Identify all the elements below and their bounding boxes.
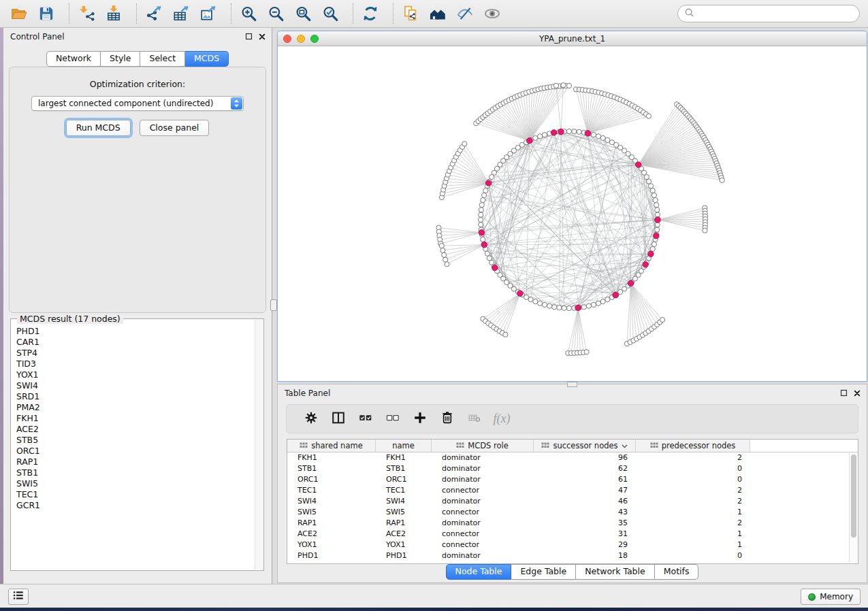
graph-node[interactable]: [649, 184, 654, 188]
graph-hub-node[interactable]: [492, 265, 498, 270]
table-scrollbar[interactable]: [849, 453, 857, 563]
tab-select[interactable]: Select: [140, 51, 185, 67]
graph-node[interactable]: [533, 299, 538, 304]
import-network-button[interactable]: [76, 3, 97, 24]
graph-node[interactable]: [586, 303, 591, 308]
graph-hub-node[interactable]: [551, 130, 556, 135]
tab-style[interactable]: Style: [101, 51, 140, 67]
graph-node[interactable]: [479, 208, 483, 212]
graph-node[interactable]: [650, 246, 655, 251]
graph-node[interactable]: [650, 188, 655, 193]
graph-node[interactable]: [660, 317, 665, 322]
graph-node[interactable]: [538, 301, 543, 306]
open-file-button[interactable]: [8, 3, 30, 24]
table-row[interactable]: STB1STB1dominator620: [287, 463, 849, 474]
table-tab-motifs[interactable]: Motifs: [655, 564, 699, 580]
graph-hub-node[interactable]: [648, 251, 654, 257]
uncheck-selected-button[interactable]: [379, 409, 406, 429]
mcds-result-item[interactable]: YOX1: [16, 369, 254, 380]
graph-node[interactable]: [591, 302, 596, 307]
graph-node[interactable]: [581, 305, 586, 310]
mcds-result-item[interactable]: ACE2: [16, 424, 254, 435]
graph-node[interactable]: [547, 303, 552, 308]
graph-node[interactable]: [538, 134, 543, 139]
graph-node[interactable]: [655, 208, 660, 212]
float-table-panel-icon[interactable]: [839, 389, 848, 397]
mcds-result-item[interactable]: SWI5: [16, 478, 254, 489]
network-window-titlebar[interactable]: YPA_prune.txt_1: [278, 31, 867, 46]
save-session-button[interactable]: [35, 3, 57, 24]
graph-hub-node[interactable]: [527, 138, 532, 144]
split-view-button[interactable]: [325, 409, 352, 429]
graph-node[interactable]: [479, 222, 483, 227]
mcds-result-item[interactable]: RAP1: [16, 457, 254, 467]
table-tab-edge-table[interactable]: Edge Table: [511, 564, 576, 580]
graph-hub-node[interactable]: [654, 233, 659, 239]
column-header-shared-name[interactable]: shared name: [287, 440, 376, 452]
add-column-button[interactable]: [406, 409, 434, 429]
table-row[interactable]: YOX1YOX1connector291: [287, 540, 849, 550]
graph-hub-node[interactable]: [575, 305, 581, 310]
graph-node[interactable]: [566, 129, 571, 133]
table-tab-node-table[interactable]: Node Table: [446, 564, 512, 580]
column-header-MCDS-role[interactable]: MCDS role: [432, 440, 534, 452]
graph-node[interactable]: [552, 305, 557, 310]
graph-node[interactable]: [646, 114, 651, 118]
graph-hub-node[interactable]: [636, 162, 641, 167]
delete-column-button[interactable]: [434, 409, 461, 429]
graph-node[interactable]: [533, 135, 538, 140]
column-header-name[interactable]: name: [376, 440, 432, 452]
mcds-result-item[interactable]: PMA2: [16, 402, 254, 413]
graph-node[interactable]: [566, 306, 571, 310]
gear-button[interactable]: [298, 409, 325, 429]
graph-node[interactable]: [652, 242, 656, 246]
graph-node[interactable]: [553, 83, 558, 88]
mcds-result-item[interactable]: CAR1: [16, 337, 254, 348]
search-box[interactable]: [677, 5, 860, 22]
minimize-window-icon[interactable]: [297, 35, 305, 43]
check-selected-button[interactable]: [352, 409, 379, 429]
close-panel-button[interactable]: Close panel: [140, 120, 210, 136]
search-input[interactable]: [698, 9, 853, 18]
zoom-fit-button[interactable]: [292, 3, 314, 24]
close-panel-icon[interactable]: [258, 33, 266, 41]
graph-node[interactable]: [655, 222, 660, 227]
graph-node[interactable]: [481, 237, 485, 242]
table-scrollbar-thumb[interactable]: [851, 455, 856, 538]
graph-node[interactable]: [703, 228, 707, 233]
graph-node[interactable]: [600, 299, 605, 304]
zoom-selected-button[interactable]: [319, 3, 341, 24]
table-row[interactable]: FKH1FKH1dominator962: [287, 452, 849, 463]
graph-node[interactable]: [479, 203, 484, 208]
graph-node[interactable]: [596, 134, 600, 139]
column-header-predecessor-nodes[interactable]: predecessor nodes: [636, 440, 750, 452]
graph-node[interactable]: [479, 212, 483, 217]
graph-node[interactable]: [482, 193, 487, 197]
graph-node[interactable]: [577, 129, 581, 134]
graph-node[interactable]: [653, 198, 658, 203]
mcds-result-item[interactable]: STP4: [16, 348, 254, 359]
maximize-window-icon[interactable]: [310, 35, 319, 43]
optimization-criterion-select[interactable]: largest connected component (undirected): [31, 96, 244, 111]
graph-node[interactable]: [591, 133, 596, 137]
graph-node[interactable]: [542, 133, 547, 137]
graph-node[interactable]: [485, 251, 489, 256]
graph-node[interactable]: [442, 252, 447, 257]
home-views-button[interactable]: [427, 3, 449, 24]
graph-hub-node[interactable]: [643, 262, 648, 267]
graph-hub-node[interactable]: [486, 180, 492, 186]
graph-node[interactable]: [655, 227, 660, 232]
graph-node[interactable]: [596, 301, 600, 306]
close-table-panel-icon[interactable]: [853, 389, 861, 397]
graph-node[interactable]: [557, 306, 562, 310]
mcds-result-item[interactable]: FKH1: [16, 413, 254, 424]
task-history-button[interactable]: [8, 589, 29, 605]
network-graph[interactable]: [278, 46, 867, 381]
export-network-button[interactable]: [143, 3, 165, 24]
graph-hub-node[interactable]: [558, 129, 564, 134]
graph-hub-node[interactable]: [628, 280, 633, 286]
graph-node[interactable]: [440, 248, 445, 252]
close-window-icon[interactable]: [283, 35, 291, 43]
hide-elements-button[interactable]: [454, 3, 476, 24]
graph-node[interactable]: [462, 142, 467, 146]
